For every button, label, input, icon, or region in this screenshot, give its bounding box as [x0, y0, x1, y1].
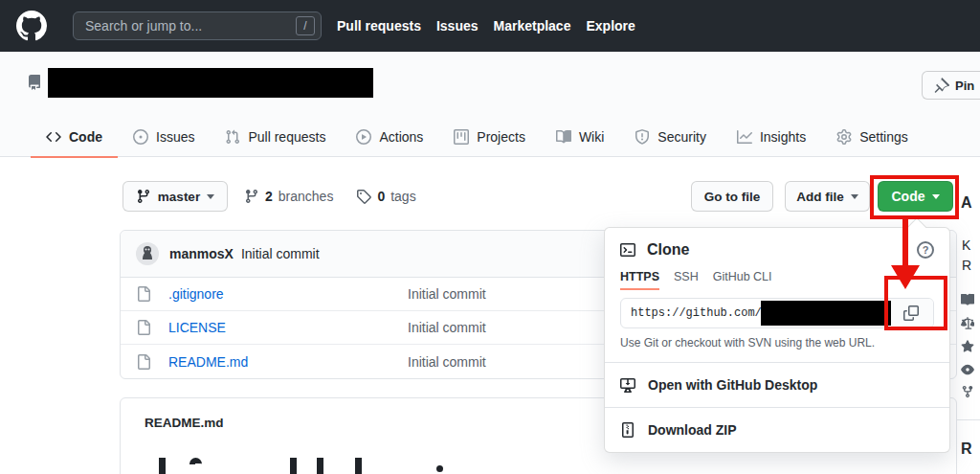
branch-name: master — [158, 190, 200, 204]
branches-count: 2 — [265, 189, 273, 204]
branch-selector-button[interactable]: master — [122, 181, 228, 212]
commit-author[interactable]: manmosX — [169, 246, 234, 261]
issue-icon — [133, 129, 148, 145]
tab-settings[interactable]: Settings — [821, 117, 924, 157]
code-dropdown-popup: Clone ? HTTPS SSH GitHub CLI https://git… — [604, 227, 950, 453]
redacted-clone-url — [761, 301, 891, 326]
clone-protocol-tabs: HTTPS SSH GitHub CLI — [620, 270, 934, 290]
tab-label: Actions — [379, 129, 423, 145]
releases-heading-partial: R — [961, 440, 972, 458]
tags-word: tags — [390, 189, 415, 204]
eye-icon — [961, 363, 974, 376]
shield-icon — [635, 129, 650, 145]
tab-issues[interactable]: Issues — [118, 117, 210, 157]
clone-caption: Use Git or checkout with SVN using the w… — [620, 336, 934, 350]
clone-url-prefix: https://github.com/ — [631, 306, 762, 320]
commit-author-avatar[interactable] — [136, 242, 159, 265]
pull-request-icon — [225, 129, 240, 145]
tab-security[interactable]: Security — [619, 117, 722, 157]
file-name[interactable]: .gitignore — [168, 286, 408, 302]
readme-filename: README.md — [145, 416, 224, 430]
help-icon[interactable]: ? — [917, 241, 934, 259]
copy-icon — [903, 305, 919, 321]
chevron-down-icon — [851, 194, 858, 199]
git-branch-icon — [136, 189, 151, 204]
copy-url-button[interactable] — [887, 299, 933, 327]
about-heading-partial: A — [961, 194, 972, 212]
branches-link[interactable]: 2 branches — [244, 189, 333, 204]
desktop-download-icon — [620, 377, 635, 393]
annotation-arrow-head — [891, 265, 920, 289]
star-icon — [961, 340, 974, 353]
tab-actions[interactable]: Actions — [341, 117, 438, 157]
tab-insights[interactable]: Insights — [722, 117, 821, 157]
branches-word: branches — [278, 189, 334, 204]
git-branch-icon — [244, 189, 259, 204]
tab-code[interactable]: Code — [31, 117, 118, 157]
nav-marketplace[interactable]: Marketplace — [494, 18, 571, 34]
tag-icon — [356, 189, 371, 204]
chevron-down-icon — [207, 194, 214, 199]
file-zip-icon — [620, 422, 635, 438]
tab-label: Security — [657, 129, 706, 145]
tab-label: Code — [69, 129, 102, 145]
sidebar-divider — [957, 419, 980, 420]
book-icon — [556, 129, 571, 145]
repo-icon — [27, 75, 42, 90]
pin-icon — [934, 78, 949, 93]
tab-label: Insights — [760, 129, 806, 145]
play-icon — [356, 129, 371, 145]
tab-pull-requests[interactable]: Pull requests — [210, 117, 341, 157]
repo-tab-bar: Code Issues Pull requests Actions Projec… — [31, 117, 924, 157]
tab-label: Projects — [477, 129, 525, 145]
about-description-partial: R — [962, 258, 971, 273]
about-description-partial: K — [962, 237, 970, 253]
top-navigation-bar: / Pull requests Issues Marketplace Explo… — [0, 0, 980, 52]
clone-url-field: https://github.com/ — [620, 298, 934, 328]
download-zip[interactable]: Download ZIP — [605, 407, 949, 452]
tab-label: Pull requests — [248, 129, 325, 145]
nav-issues[interactable]: Issues — [436, 18, 479, 34]
nav-explore[interactable]: Explore — [586, 18, 635, 34]
code-icon — [46, 129, 61, 145]
file-icon — [136, 354, 168, 370]
tab-label: Issues — [156, 129, 194, 145]
annotation-arrow — [902, 219, 908, 267]
code-button[interactable]: Code — [878, 181, 953, 212]
gear-icon — [836, 129, 852, 145]
tab-github-cli[interactable]: GitHub CLI — [713, 270, 772, 290]
github-repo-page: / Pull requests Issues Marketplace Explo… — [0, 0, 980, 474]
redacted-repo-name — [48, 68, 373, 98]
tab-label: Wiki — [579, 129, 604, 145]
go-to-file-button[interactable]: Go to file — [691, 181, 773, 212]
slash-shortcut-badge: / — [296, 16, 315, 35]
file-name[interactable]: LICENSE — [168, 320, 408, 335]
open-with-github-desktop[interactable]: Open with GitHub Desktop — [605, 362, 949, 407]
graph-icon — [737, 129, 752, 145]
project-icon — [454, 129, 469, 145]
global-search: / — [73, 11, 322, 40]
law-icon — [961, 317, 974, 330]
tab-https[interactable]: HTTPS — [620, 270, 659, 290]
file-icon — [136, 320, 168, 335]
tab-projects[interactable]: Projects — [438, 117, 541, 157]
pin-label: Pin — [955, 79, 974, 93]
pin-button[interactable]: Pin — [922, 71, 980, 100]
tags-count: 0 — [377, 189, 385, 204]
add-file-button[interactable]: Add file — [785, 181, 870, 212]
nav-pull-requests[interactable]: Pull requests — [337, 18, 421, 34]
go-to-file-label: Go to file — [704, 190, 761, 204]
repo-counters: 2 branches 0 tags — [244, 181, 416, 212]
clone-title: Clone — [647, 241, 689, 259]
file-icon — [136, 286, 168, 302]
search-input[interactable] — [73, 11, 322, 40]
tab-wiki[interactable]: Wiki — [541, 117, 619, 157]
commit-message[interactable]: Initial commit — [241, 246, 320, 261]
tab-label: Settings — [859, 129, 908, 145]
tab-ssh[interactable]: SSH — [674, 270, 699, 290]
file-name[interactable]: README.md — [168, 354, 408, 370]
github-logo-icon[interactable] — [16, 11, 47, 41]
tags-link[interactable]: 0 tags — [356, 189, 415, 204]
terminal-icon — [620, 242, 635, 258]
readme-book-icon — [961, 293, 974, 306]
